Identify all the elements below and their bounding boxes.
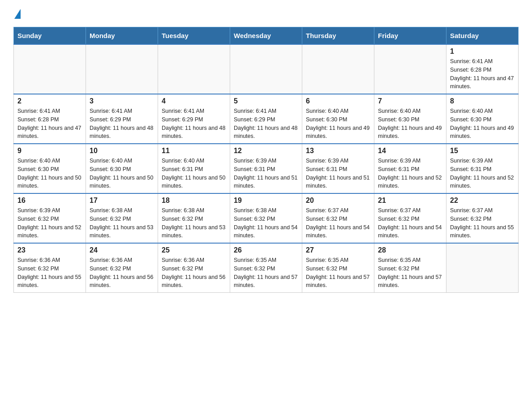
day-number: 14	[378, 147, 442, 155]
day-number: 12	[234, 147, 298, 155]
day-info: Sunrise: 6:37 AMSunset: 6:32 PMDaylight:…	[450, 206, 515, 240]
calendar-day-cell: 6Sunrise: 6:40 AMSunset: 6:30 PMDaylight…	[302, 94, 374, 144]
day-number: 13	[306, 147, 370, 155]
day-number: 17	[90, 197, 154, 205]
day-number: 9	[17, 147, 82, 155]
day-number: 10	[90, 147, 154, 155]
day-info: Sunrise: 6:41 AMSunset: 6:28 PMDaylight:…	[17, 107, 82, 141]
day-info: Sunrise: 6:38 AMSunset: 6:32 PMDaylight:…	[90, 206, 154, 240]
calendar-day-cell: 19Sunrise: 6:38 AMSunset: 6:32 PMDayligh…	[230, 193, 302, 243]
day-info: Sunrise: 6:38 AMSunset: 6:32 PMDaylight:…	[234, 206, 298, 240]
day-info: Sunrise: 6:38 AMSunset: 6:32 PMDaylight:…	[162, 206, 226, 240]
day-info: Sunrise: 6:39 AMSunset: 6:32 PMDaylight:…	[17, 206, 82, 240]
day-number: 23	[17, 246, 82, 254]
day-of-week-header: Monday	[86, 27, 158, 45]
day-info: Sunrise: 6:40 AMSunset: 6:30 PMDaylight:…	[17, 157, 82, 190]
day-info: Sunrise: 6:37 AMSunset: 6:32 PMDaylight:…	[306, 206, 370, 240]
day-info: Sunrise: 6:40 AMSunset: 6:30 PMDaylight:…	[378, 107, 442, 141]
calendar-week-row: 16Sunrise: 6:39 AMSunset: 6:32 PMDayligh…	[14, 193, 519, 243]
calendar-day-cell: 14Sunrise: 6:39 AMSunset: 6:31 PMDayligh…	[374, 144, 446, 193]
calendar-week-row: 9Sunrise: 6:40 AMSunset: 6:30 PMDaylight…	[14, 144, 519, 193]
day-of-week-header: Tuesday	[158, 27, 230, 45]
calendar-day-cell: 1Sunrise: 6:41 AMSunset: 6:28 PMDaylight…	[446, 44, 519, 94]
day-info: Sunrise: 6:37 AMSunset: 6:32 PMDaylight:…	[378, 206, 442, 240]
calendar-day-cell: 28Sunrise: 6:35 AMSunset: 6:32 PMDayligh…	[374, 243, 446, 293]
calendar-day-cell: 11Sunrise: 6:40 AMSunset: 6:31 PMDayligh…	[158, 144, 230, 193]
day-number: 19	[234, 197, 298, 205]
calendar-week-row: 23Sunrise: 6:36 AMSunset: 6:32 PMDayligh…	[14, 243, 519, 293]
calendar-day-cell: 13Sunrise: 6:39 AMSunset: 6:31 PMDayligh…	[302, 144, 374, 193]
day-info: Sunrise: 6:35 AMSunset: 6:32 PMDaylight:…	[378, 256, 442, 290]
day-number: 7	[378, 97, 442, 105]
calendar-day-cell: 9Sunrise: 6:40 AMSunset: 6:30 PMDaylight…	[14, 144, 86, 193]
day-info: Sunrise: 6:39 AMSunset: 6:31 PMDaylight:…	[450, 157, 515, 190]
day-info: Sunrise: 6:41 AMSunset: 6:29 PMDaylight:…	[162, 107, 226, 141]
calendar-day-cell: 18Sunrise: 6:38 AMSunset: 6:32 PMDayligh…	[158, 193, 230, 243]
day-number: 27	[306, 246, 370, 254]
day-number: 25	[162, 246, 226, 254]
calendar-day-cell: 25Sunrise: 6:36 AMSunset: 6:32 PMDayligh…	[158, 243, 230, 293]
day-info: Sunrise: 6:40 AMSunset: 6:30 PMDaylight:…	[306, 107, 370, 141]
day-of-week-header: Sunday	[14, 27, 86, 45]
day-number: 26	[234, 246, 298, 254]
calendar-day-cell	[230, 44, 302, 94]
day-number: 28	[378, 246, 442, 254]
calendar-table: SundayMondayTuesdayWednesdayThursdayFrid…	[13, 27, 519, 293]
calendar-day-cell: 21Sunrise: 6:37 AMSunset: 6:32 PMDayligh…	[374, 193, 446, 243]
logo-triangle-icon	[14, 9, 21, 19]
day-of-week-header: Friday	[374, 27, 446, 45]
day-number: 21	[378, 197, 442, 205]
day-info: Sunrise: 6:35 AMSunset: 6:32 PMDaylight:…	[234, 256, 298, 290]
day-of-week-header: Thursday	[302, 27, 374, 45]
day-info: Sunrise: 6:39 AMSunset: 6:31 PMDaylight:…	[234, 157, 298, 190]
day-info: Sunrise: 6:36 AMSunset: 6:32 PMDaylight:…	[162, 256, 226, 290]
calendar-day-cell: 8Sunrise: 6:40 AMSunset: 6:30 PMDaylight…	[446, 94, 519, 144]
day-info: Sunrise: 6:41 AMSunset: 6:29 PMDaylight:…	[234, 107, 298, 141]
day-number: 11	[162, 147, 226, 155]
day-of-week-header: Saturday	[446, 27, 519, 45]
calendar-header-row: SundayMondayTuesdayWednesdayThursdayFrid…	[14, 27, 519, 45]
calendar-day-cell: 7Sunrise: 6:40 AMSunset: 6:30 PMDaylight…	[374, 94, 446, 144]
day-info: Sunrise: 6:39 AMSunset: 6:31 PMDaylight:…	[306, 157, 370, 190]
calendar-day-cell: 27Sunrise: 6:35 AMSunset: 6:32 PMDayligh…	[302, 243, 374, 293]
day-info: Sunrise: 6:41 AMSunset: 6:28 PMDaylight:…	[450, 57, 515, 91]
calendar-day-cell: 4Sunrise: 6:41 AMSunset: 6:29 PMDaylight…	[158, 94, 230, 144]
calendar-day-cell	[14, 44, 86, 94]
calendar-day-cell: 16Sunrise: 6:39 AMSunset: 6:32 PMDayligh…	[14, 193, 86, 243]
day-number: 16	[17, 197, 82, 205]
calendar-week-row: 1Sunrise: 6:41 AMSunset: 6:28 PMDaylight…	[14, 44, 519, 94]
calendar-day-cell: 24Sunrise: 6:36 AMSunset: 6:32 PMDayligh…	[86, 243, 158, 293]
page-header	[13, 9, 519, 18]
day-info: Sunrise: 6:36 AMSunset: 6:32 PMDaylight:…	[17, 256, 82, 290]
day-number: 6	[306, 97, 370, 105]
day-number: 8	[450, 97, 515, 105]
calendar-day-cell	[302, 44, 374, 94]
calendar-day-cell: 26Sunrise: 6:35 AMSunset: 6:32 PMDayligh…	[230, 243, 302, 293]
calendar-day-cell: 3Sunrise: 6:41 AMSunset: 6:29 PMDaylight…	[86, 94, 158, 144]
calendar-day-cell	[374, 44, 446, 94]
day-number: 24	[90, 246, 154, 254]
calendar-day-cell: 17Sunrise: 6:38 AMSunset: 6:32 PMDayligh…	[86, 193, 158, 243]
calendar-day-cell: 5Sunrise: 6:41 AMSunset: 6:29 PMDaylight…	[230, 94, 302, 144]
calendar-week-row: 2Sunrise: 6:41 AMSunset: 6:28 PMDaylight…	[14, 94, 519, 144]
day-info: Sunrise: 6:40 AMSunset: 6:30 PMDaylight:…	[90, 157, 154, 190]
day-number: 15	[450, 147, 515, 155]
calendar-day-cell: 2Sunrise: 6:41 AMSunset: 6:28 PMDaylight…	[14, 94, 86, 144]
day-number: 3	[90, 97, 154, 105]
calendar-day-cell: 10Sunrise: 6:40 AMSunset: 6:30 PMDayligh…	[86, 144, 158, 193]
day-number: 4	[162, 97, 226, 105]
day-of-week-header: Wednesday	[230, 27, 302, 45]
calendar-day-cell	[446, 243, 519, 293]
calendar-day-cell	[86, 44, 158, 94]
calendar-day-cell	[158, 44, 230, 94]
day-number: 1	[450, 47, 515, 56]
day-info: Sunrise: 6:41 AMSunset: 6:29 PMDaylight:…	[90, 107, 154, 141]
day-number: 2	[17, 97, 82, 105]
day-number: 5	[234, 97, 298, 105]
day-info: Sunrise: 6:40 AMSunset: 6:30 PMDaylight:…	[450, 107, 515, 141]
calendar-day-cell: 15Sunrise: 6:39 AMSunset: 6:31 PMDayligh…	[446, 144, 519, 193]
calendar-day-cell: 20Sunrise: 6:37 AMSunset: 6:32 PMDayligh…	[302, 193, 374, 243]
calendar-day-cell: 23Sunrise: 6:36 AMSunset: 6:32 PMDayligh…	[14, 243, 86, 293]
day-info: Sunrise: 6:35 AMSunset: 6:32 PMDaylight:…	[306, 256, 370, 290]
day-number: 22	[450, 197, 515, 205]
